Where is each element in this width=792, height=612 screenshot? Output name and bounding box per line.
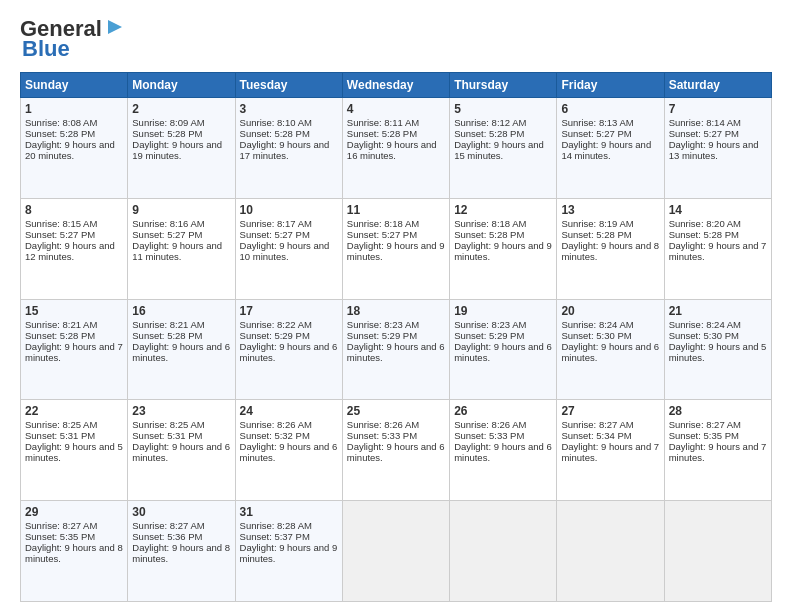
sunrise: Sunrise: 8:16 AM — [132, 218, 204, 229]
daylight: Daylight: 9 hours and 15 minutes. — [454, 139, 544, 161]
calendar-cell: 6Sunrise: 8:13 AMSunset: 5:27 PMDaylight… — [557, 98, 664, 199]
daylight: Daylight: 9 hours and 7 minutes. — [25, 341, 123, 363]
daylight: Daylight: 9 hours and 5 minutes. — [669, 341, 767, 363]
day-number: 27 — [561, 404, 659, 418]
sunrise: Sunrise: 8:26 AM — [347, 419, 419, 430]
daylight: Daylight: 9 hours and 17 minutes. — [240, 139, 330, 161]
day-number: 16 — [132, 304, 230, 318]
day-number: 19 — [454, 304, 552, 318]
sunset: Sunset: 5:28 PM — [454, 128, 524, 139]
sunset: Sunset: 5:28 PM — [240, 128, 310, 139]
daylight: Daylight: 9 hours and 10 minutes. — [240, 240, 330, 262]
day-number: 21 — [669, 304, 767, 318]
calendar-cell: 21Sunrise: 8:24 AMSunset: 5:30 PMDayligh… — [664, 299, 771, 400]
day-number: 15 — [25, 304, 123, 318]
sunrise: Sunrise: 8:24 AM — [561, 319, 633, 330]
calendar-cell: 11Sunrise: 8:18 AMSunset: 5:27 PMDayligh… — [342, 198, 449, 299]
sunset: Sunset: 5:29 PM — [347, 330, 417, 341]
calendar-cell: 7Sunrise: 8:14 AMSunset: 5:27 PMDaylight… — [664, 98, 771, 199]
calendar-cell: 22Sunrise: 8:25 AMSunset: 5:31 PMDayligh… — [21, 400, 128, 501]
day-number: 9 — [132, 203, 230, 217]
calendar-week-4: 22Sunrise: 8:25 AMSunset: 5:31 PMDayligh… — [21, 400, 772, 501]
daylight: Daylight: 9 hours and 20 minutes. — [25, 139, 115, 161]
day-number: 23 — [132, 404, 230, 418]
calendar-cell: 4Sunrise: 8:11 AMSunset: 5:28 PMDaylight… — [342, 98, 449, 199]
daylight: Daylight: 9 hours and 7 minutes. — [561, 441, 659, 463]
sunrise: Sunrise: 8:27 AM — [669, 419, 741, 430]
calendar-cell: 3Sunrise: 8:10 AMSunset: 5:28 PMDaylight… — [235, 98, 342, 199]
sunset: Sunset: 5:27 PM — [240, 229, 310, 240]
calendar-body: 1Sunrise: 8:08 AMSunset: 5:28 PMDaylight… — [21, 98, 772, 602]
sunset: Sunset: 5:28 PM — [454, 229, 524, 240]
sunrise: Sunrise: 8:12 AM — [454, 117, 526, 128]
daylight: Daylight: 9 hours and 6 minutes. — [454, 441, 552, 463]
day-number: 28 — [669, 404, 767, 418]
day-number: 11 — [347, 203, 445, 217]
sunset: Sunset: 5:28 PM — [669, 229, 739, 240]
daylight: Daylight: 9 hours and 6 minutes. — [132, 441, 230, 463]
day-number: 26 — [454, 404, 552, 418]
day-number: 24 — [240, 404, 338, 418]
daylight: Daylight: 9 hours and 14 minutes. — [561, 139, 651, 161]
calendar-cell: 20Sunrise: 8:24 AMSunset: 5:30 PMDayligh… — [557, 299, 664, 400]
daylight: Daylight: 9 hours and 9 minutes. — [240, 542, 338, 564]
daylight: Daylight: 9 hours and 6 minutes. — [132, 341, 230, 363]
sunrise: Sunrise: 8:26 AM — [240, 419, 312, 430]
sunrise: Sunrise: 8:28 AM — [240, 520, 312, 531]
calendar-week-5: 29Sunrise: 8:27 AMSunset: 5:35 PMDayligh… — [21, 501, 772, 602]
sunrise: Sunrise: 8:08 AM — [25, 117, 97, 128]
day-number: 3 — [240, 102, 338, 116]
sunset: Sunset: 5:27 PM — [669, 128, 739, 139]
calendar-cell: 8Sunrise: 8:15 AMSunset: 5:27 PMDaylight… — [21, 198, 128, 299]
daylight: Daylight: 9 hours and 12 minutes. — [25, 240, 115, 262]
sunset: Sunset: 5:30 PM — [669, 330, 739, 341]
day-number: 6 — [561, 102, 659, 116]
day-number: 1 — [25, 102, 123, 116]
sunset: Sunset: 5:28 PM — [132, 128, 202, 139]
day-number: 20 — [561, 304, 659, 318]
sunset: Sunset: 5:36 PM — [132, 531, 202, 542]
sunset: Sunset: 5:37 PM — [240, 531, 310, 542]
calendar-cell: 31Sunrise: 8:28 AMSunset: 5:37 PMDayligh… — [235, 501, 342, 602]
day-number: 2 — [132, 102, 230, 116]
daylight: Daylight: 9 hours and 6 minutes. — [347, 341, 445, 363]
calendar-cell: 26Sunrise: 8:26 AMSunset: 5:33 PMDayligh… — [450, 400, 557, 501]
weekday-header-friday: Friday — [557, 73, 664, 98]
calendar-cell: 27Sunrise: 8:27 AMSunset: 5:34 PMDayligh… — [557, 400, 664, 501]
daylight: Daylight: 9 hours and 19 minutes. — [132, 139, 222, 161]
sunset: Sunset: 5:27 PM — [347, 229, 417, 240]
calendar-cell: 9Sunrise: 8:16 AMSunset: 5:27 PMDaylight… — [128, 198, 235, 299]
calendar-cell — [664, 501, 771, 602]
sunrise: Sunrise: 8:22 AM — [240, 319, 312, 330]
calendar-cell: 16Sunrise: 8:21 AMSunset: 5:28 PMDayligh… — [128, 299, 235, 400]
calendar-cell: 23Sunrise: 8:25 AMSunset: 5:31 PMDayligh… — [128, 400, 235, 501]
sunrise: Sunrise: 8:11 AM — [347, 117, 419, 128]
sunrise: Sunrise: 8:20 AM — [669, 218, 741, 229]
daylight: Daylight: 9 hours and 6 minutes. — [347, 441, 445, 463]
weekday-header-row: SundayMondayTuesdayWednesdayThursdayFrid… — [21, 73, 772, 98]
sunrise: Sunrise: 8:23 AM — [454, 319, 526, 330]
calendar-cell — [450, 501, 557, 602]
calendar-cell: 13Sunrise: 8:19 AMSunset: 5:28 PMDayligh… — [557, 198, 664, 299]
page: General Blue SundayMondayTuesdayWednesda… — [0, 0, 792, 612]
sunrise: Sunrise: 8:26 AM — [454, 419, 526, 430]
calendar-week-1: 1Sunrise: 8:08 AMSunset: 5:28 PMDaylight… — [21, 98, 772, 199]
calendar-cell: 29Sunrise: 8:27 AMSunset: 5:35 PMDayligh… — [21, 501, 128, 602]
daylight: Daylight: 9 hours and 6 minutes. — [240, 441, 338, 463]
calendar-cell — [342, 501, 449, 602]
weekday-header-wednesday: Wednesday — [342, 73, 449, 98]
sunset: Sunset: 5:28 PM — [561, 229, 631, 240]
calendar-cell: 14Sunrise: 8:20 AMSunset: 5:28 PMDayligh… — [664, 198, 771, 299]
sunrise: Sunrise: 8:25 AM — [132, 419, 204, 430]
daylight: Daylight: 9 hours and 8 minutes. — [25, 542, 123, 564]
sunset: Sunset: 5:29 PM — [240, 330, 310, 341]
sunrise: Sunrise: 8:15 AM — [25, 218, 97, 229]
sunset: Sunset: 5:27 PM — [561, 128, 631, 139]
sunset: Sunset: 5:28 PM — [25, 330, 95, 341]
sunrise: Sunrise: 8:25 AM — [25, 419, 97, 430]
sunrise: Sunrise: 8:10 AM — [240, 117, 312, 128]
day-number: 4 — [347, 102, 445, 116]
calendar-cell: 12Sunrise: 8:18 AMSunset: 5:28 PMDayligh… — [450, 198, 557, 299]
weekday-header-thursday: Thursday — [450, 73, 557, 98]
sunset: Sunset: 5:33 PM — [347, 430, 417, 441]
